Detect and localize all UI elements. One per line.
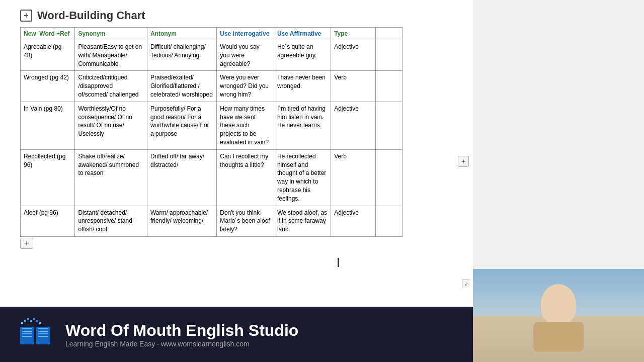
- svg-rect-4: [22, 333, 32, 334]
- cell-4-6[interactable]: [375, 206, 402, 236]
- header-new-word: New Word +Ref: [21, 28, 75, 40]
- table-row: Agreeable (pg 48)Pleasant/Easy to get on…: [21, 40, 403, 71]
- cell-2-1[interactable]: Worthlessly/Of no consequence/ Of no res…: [75, 102, 147, 149]
- page-title: Word-Building Chart: [37, 9, 145, 22]
- svg-rect-11: [27, 318, 29, 320]
- svg-rect-0: [20, 327, 34, 344]
- header-type: Type: [331, 28, 376, 40]
- cell-2-3[interactable]: How many times have we sent these such p…: [217, 102, 274, 149]
- word-building-table: New Word +Ref Synonym Antonym Use Interr…: [20, 27, 403, 237]
- header-use-aff: Use Affirmative: [274, 28, 331, 40]
- cell-3-3[interactable]: Can I recollect my thoughts a little?: [217, 149, 274, 206]
- text-cursor: [338, 258, 339, 267]
- cell-4-5[interactable]: Adjective: [331, 206, 376, 236]
- cell-1-2[interactable]: Praised/exalted/ Glorified/flattered / c…: [147, 71, 216, 102]
- svg-rect-6: [38, 328, 48, 329]
- svg-rect-16: [39, 322, 41, 324]
- cell-4-2[interactable]: Warm/ approachable/ friendly/ welcoming/: [147, 206, 216, 236]
- cell-4-3[interactable]: Don't you think Mario´s been aloof latel…: [217, 206, 274, 236]
- brand-tagline: Learning English Made Easy · www.womslea…: [65, 340, 298, 348]
- cell-1-6[interactable]: [375, 71, 402, 102]
- brand-name: Word Of Mouth English Studio: [65, 321, 298, 340]
- cell-4-4[interactable]: We stood aloof, as if in some faraway la…: [274, 206, 331, 236]
- add-row-button[interactable]: +: [20, 238, 33, 249]
- cell-0-6[interactable]: [375, 40, 402, 71]
- cell-2-4[interactable]: I´m tired of having him listen in vain. …: [274, 102, 331, 149]
- header-extra: [375, 28, 402, 40]
- svg-rect-15: [21, 322, 23, 324]
- cell-0-0[interactable]: Agreeable (pg 48): [21, 40, 75, 71]
- svg-rect-14: [36, 320, 38, 322]
- svg-rect-9: [38, 336, 48, 337]
- scroll-corner[interactable]: ↙: [462, 280, 470, 288]
- brand-text: Word Of Mouth English Studio Learning En…: [65, 321, 298, 348]
- title-bar: + Word-Building Chart: [10, 5, 463, 27]
- cell-4-1[interactable]: Distant/ detached/ unresponsive/ stand-o…: [75, 206, 147, 236]
- table-row: Aloof (pg 96)Distant/ detached/ unrespon…: [21, 206, 403, 236]
- cell-1-1[interactable]: Criticized/critiqued /disapproved of/sco…: [75, 71, 147, 102]
- cell-1-4[interactable]: I have never been wronged.: [274, 71, 331, 102]
- word-building-table-container: New Word +Ref Synonym Antonym Use Interr…: [20, 27, 453, 237]
- cell-2-2[interactable]: Purposefully/ For a good reason/ For a w…: [147, 102, 216, 149]
- cell-1-5[interactable]: Verb: [331, 71, 376, 102]
- header-synonym: Synonym: [75, 28, 147, 40]
- cell-0-4[interactable]: He´s quite an agreeable guy.: [274, 40, 331, 71]
- cell-0-3[interactable]: Would you say you were agreeable?: [217, 40, 274, 71]
- brand-logo-icon: [15, 314, 55, 354]
- cell-2-6[interactable]: [375, 102, 402, 149]
- cell-1-0[interactable]: Wronged (pg 42): [21, 71, 75, 102]
- svg-rect-2: [22, 328, 32, 329]
- cell-2-0[interactable]: In Vain (pg 80): [21, 102, 75, 149]
- brand-bar: Word Of Mouth English Studio Learning En…: [0, 307, 473, 362]
- svg-rect-10: [24, 320, 26, 322]
- webcam-feed: [473, 269, 644, 362]
- main-content-area: + Word-Building Chart New Word +Ref Syno…: [0, 0, 473, 362]
- table-row: In Vain (pg 80)Worthlessly/Of no consequ…: [21, 102, 403, 149]
- webcam-overlay: [473, 269, 644, 362]
- cell-2-5[interactable]: Adjective: [331, 102, 376, 149]
- table-row: Recollected (pg 96)Shake off/realize/ aw…: [21, 149, 403, 206]
- svg-rect-7: [38, 331, 48, 332]
- cell-3-6[interactable]: [375, 149, 402, 206]
- cell-0-1[interactable]: Pleasant/Easy to get on with/ Manageable…: [75, 40, 147, 71]
- table-row: Wronged (pg 42)Criticized/critiqued /dis…: [21, 71, 403, 102]
- cell-0-5[interactable]: Adjective: [331, 40, 376, 71]
- cell-3-5[interactable]: Verb: [331, 149, 376, 206]
- scroll-right-button[interactable]: +: [458, 156, 469, 167]
- cell-0-2[interactable]: Difficult/ challenging/ Tedious/ Annoyin…: [147, 40, 216, 71]
- cell-3-2[interactable]: Drifted off/ far away/ distracted/: [147, 149, 216, 206]
- svg-rect-8: [38, 333, 48, 334]
- svg-rect-12: [30, 320, 32, 322]
- svg-rect-1: [36, 327, 50, 344]
- cell-3-1[interactable]: Shake off/realize/ awakened/ summoned to…: [75, 149, 147, 206]
- svg-rect-3: [22, 331, 32, 332]
- header-antonym: Antonym: [147, 28, 216, 40]
- cell-4-0[interactable]: Aloof (pg 96): [21, 206, 75, 236]
- header-use-int: Use Interrogative: [217, 28, 274, 40]
- cell-3-4[interactable]: He recollected himself and thought of a …: [274, 149, 331, 206]
- cell-1-3[interactable]: Were you ever wronged? Did you wrong him…: [217, 71, 274, 102]
- svg-rect-13: [33, 318, 35, 320]
- cell-3-0[interactable]: Recollected (pg 96): [21, 149, 75, 206]
- expand-icon[interactable]: +: [20, 10, 32, 22]
- svg-rect-5: [22, 336, 32, 337]
